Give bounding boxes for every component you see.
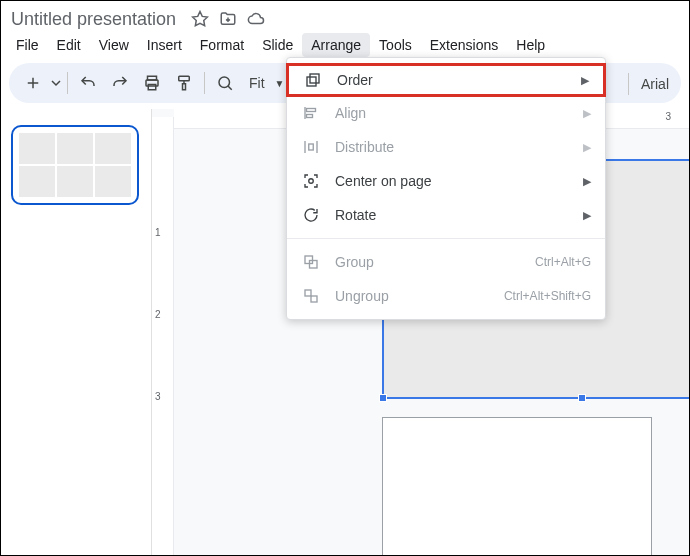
svg-rect-10 [307, 77, 316, 86]
menu-arrange[interactable]: Arrange [302, 33, 370, 57]
thumb-cell [19, 166, 55, 197]
menu-item-ungroup: Ungroup Ctrl+Alt+Shift+G [287, 279, 605, 313]
menu-view[interactable]: View [90, 33, 138, 57]
vertical-ruler: 1 2 3 [152, 117, 174, 555]
thumb-cell [57, 166, 93, 197]
menu-item-rotate[interactable]: Rotate ▶ [287, 198, 605, 232]
zoom-value: Fit [249, 75, 265, 91]
menu-extensions[interactable]: Extensions [421, 33, 507, 57]
zoom-selector[interactable]: Fit ▼ [241, 75, 292, 91]
placeholder-box[interactable] [382, 417, 652, 556]
menu-label: Distribute [335, 139, 583, 155]
submenu-arrow-icon: ▶ [583, 175, 591, 188]
menu-separator [287, 238, 605, 239]
paint-format-button[interactable] [168, 67, 200, 99]
rotate-icon [301, 205, 321, 225]
ruler-tick: 1 [155, 227, 161, 238]
star-icon[interactable] [190, 9, 210, 29]
ungroup-icon [301, 286, 321, 306]
menu-file[interactable]: File [7, 33, 48, 57]
ruler-tick: 3 [155, 391, 161, 402]
new-slide-button[interactable] [17, 67, 49, 99]
svg-line-9 [228, 86, 232, 90]
submenu-arrow-icon: ▶ [583, 107, 591, 120]
menu-shortcut: Ctrl+Alt+G [535, 255, 591, 269]
thumb-cell [19, 133, 55, 164]
svg-point-8 [219, 77, 230, 88]
arrange-menu-dropdown: Order ▶ Align ▶ Distribute ▶ Center on p… [286, 57, 606, 320]
resize-handle-bl[interactable] [379, 394, 387, 402]
undo-button[interactable] [72, 67, 104, 99]
new-slide-caret[interactable] [49, 67, 63, 99]
menu-item-order[interactable]: Order ▶ [286, 63, 606, 97]
svg-rect-11 [310, 74, 319, 83]
center-focus-icon [301, 171, 321, 191]
menu-item-center-on-page[interactable]: Center on page ▶ [287, 164, 605, 198]
svg-marker-0 [193, 12, 208, 26]
slide-thumbnail-panel [1, 109, 151, 555]
svg-rect-22 [311, 296, 317, 302]
submenu-arrow-icon: ▶ [583, 141, 591, 154]
svg-point-18 [309, 179, 314, 184]
redo-button[interactable] [104, 67, 136, 99]
svg-rect-14 [307, 115, 313, 118]
menu-slide[interactable]: Slide [253, 33, 302, 57]
menu-label: Center on page [335, 173, 583, 189]
menubar: File Edit View Insert Format Slide Arran… [1, 31, 689, 59]
menu-label: Order [337, 72, 581, 88]
submenu-arrow-icon: ▶ [581, 74, 589, 87]
order-icon [303, 70, 323, 90]
menu-insert[interactable]: Insert [138, 33, 191, 57]
svg-rect-20 [310, 261, 318, 269]
chevron-down-icon: ▼ [275, 78, 285, 89]
svg-rect-17 [309, 144, 314, 150]
menu-tools[interactable]: Tools [370, 33, 421, 57]
menu-label: Align [335, 105, 583, 121]
menu-format[interactable]: Format [191, 33, 253, 57]
ruler-tick: 3 [665, 111, 671, 122]
separator [204, 72, 205, 94]
move-folder-icon[interactable] [218, 9, 238, 29]
align-left-icon [301, 103, 321, 123]
cloud-status-icon[interactable] [246, 9, 266, 29]
doc-title[interactable]: Untitled presentation [11, 9, 176, 30]
svg-rect-21 [305, 290, 311, 296]
separator [628, 73, 629, 95]
titlebar: Untitled presentation [1, 1, 689, 31]
menu-label: Group [335, 254, 535, 270]
menu-help[interactable]: Help [507, 33, 554, 57]
font-selector[interactable]: Arial [616, 69, 677, 99]
zoom-icon[interactable] [209, 67, 241, 99]
distribute-icon [301, 137, 321, 157]
svg-rect-19 [305, 256, 313, 264]
group-icon [301, 252, 321, 272]
print-button[interactable] [136, 67, 168, 99]
submenu-arrow-icon: ▶ [583, 209, 591, 222]
ruler-tick: 2 [155, 309, 161, 320]
svg-rect-13 [307, 109, 316, 112]
thumb-cell [95, 133, 131, 164]
thumb-cell [57, 133, 93, 164]
menu-label: Ungroup [335, 288, 504, 304]
menu-item-group: Group Ctrl+Alt+G [287, 245, 605, 279]
font-name: Arial [641, 76, 669, 92]
slide-thumbnail-1[interactable] [11, 125, 139, 205]
menu-item-distribute: Distribute ▶ [287, 130, 605, 164]
menu-label: Rotate [335, 207, 583, 223]
menu-shortcut: Ctrl+Alt+Shift+G [504, 289, 591, 303]
svg-rect-6 [179, 76, 190, 81]
thumb-cell [95, 166, 131, 197]
svg-rect-7 [183, 84, 186, 90]
menu-edit[interactable]: Edit [48, 33, 90, 57]
resize-handle-b[interactable] [578, 394, 586, 402]
separator [67, 72, 68, 94]
menu-item-align: Align ▶ [287, 96, 605, 130]
